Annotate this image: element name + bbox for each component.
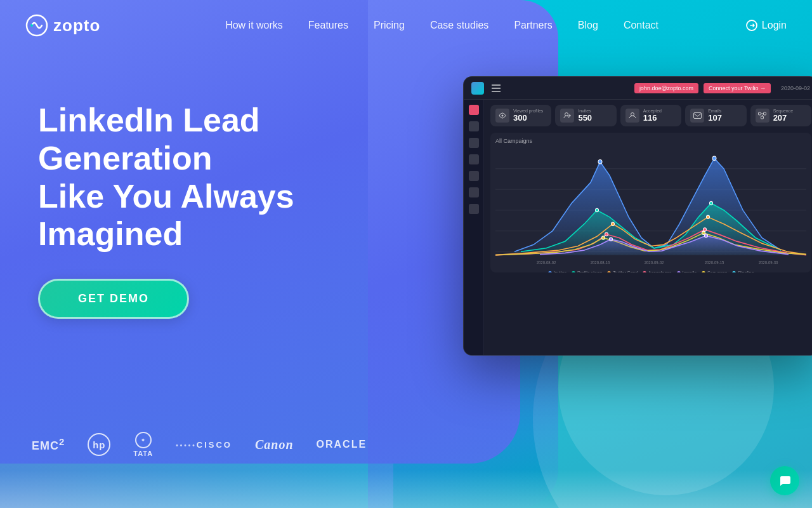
svg-rect-7 xyxy=(759,112,761,115)
stats-row: Viewed profiles 300 xyxy=(490,105,811,126)
hero-title: LinkedIn Lead Generation Like You Always… xyxy=(38,102,294,253)
chart-area: All Campaigns xyxy=(490,133,811,272)
nav-links: How it works Features Pricing Case studi… xyxy=(138,20,745,31)
chart-legend: Invites Profile views Twitter Send xyxy=(495,271,806,272)
stat-label-3: Accepted xyxy=(643,109,662,113)
svg-point-3 xyxy=(502,115,504,117)
partners-section: EMC2 hp ✦ TATA •••••CISCO Canon ORACLE xyxy=(32,432,367,457)
login-button[interactable]: Login xyxy=(745,19,787,32)
svg-point-23 xyxy=(602,236,605,239)
partner-hp: hp xyxy=(88,433,110,456)
logo[interactable]: zopto xyxy=(25,14,100,37)
get-demo-button[interactable]: GET DEMO xyxy=(38,279,189,319)
stat-sequence: Sequence 207 xyxy=(750,105,811,126)
svg-point-21 xyxy=(605,232,608,236)
chat-bubble-button[interactable] xyxy=(770,466,799,495)
stat-value-2: 550 xyxy=(578,113,592,123)
sidebar-icon-1 xyxy=(469,105,479,115)
sidebar-icon-5 xyxy=(469,171,479,181)
stat-label-5: Sequence xyxy=(773,109,794,113)
partner-cisco: •••••CISCO xyxy=(176,440,232,450)
svg-point-1 xyxy=(30,24,33,27)
svg-point-5 xyxy=(631,113,634,116)
stat-value-5: 207 xyxy=(773,113,794,123)
partner-canon: Canon xyxy=(255,438,294,452)
chart-title: All Campaigns xyxy=(495,138,806,144)
stat-label-1: Viewed profiles xyxy=(513,109,543,113)
eye-icon xyxy=(495,109,509,123)
stat-accepted: Accepted 116 xyxy=(620,105,681,126)
svg-text:2020-09-02: 2020-09-02 xyxy=(645,260,664,265)
legend-pipeline: Pipeline xyxy=(732,271,754,272)
legend-twitter-send: Twitter Send xyxy=(607,271,638,272)
nav-pricing[interactable]: Pricing xyxy=(374,20,405,31)
dashboard-body: Viewed profiles 300 xyxy=(464,100,812,355)
svg-point-16 xyxy=(712,156,716,161)
bottom-fade xyxy=(0,470,812,508)
legend-invites: Invites xyxy=(548,271,566,272)
svg-text:2020-09-15: 2020-09-15 xyxy=(705,260,724,265)
hero-section: LinkedIn Lead Generation Like You Always… xyxy=(38,102,294,319)
sidebar-icon-4 xyxy=(469,154,479,164)
svg-rect-9 xyxy=(761,116,764,119)
partner-tata: ✦ TATA xyxy=(133,432,153,457)
dash-logo xyxy=(471,82,484,95)
svg-point-18 xyxy=(710,201,713,204)
svg-rect-8 xyxy=(764,112,766,115)
nav-contact[interactable]: Contact xyxy=(624,20,658,31)
svg-text:2020-09-30: 2020-09-30 xyxy=(759,260,778,265)
svg-point-19 xyxy=(612,222,615,225)
page-background: zopto How it works Features Pricing Case… xyxy=(0,0,812,508)
svg-rect-6 xyxy=(693,113,701,119)
dash-date: 2020-09-02 xyxy=(781,85,810,91)
svg-point-20 xyxy=(707,215,710,218)
nav-blog[interactable]: Blog xyxy=(578,20,598,31)
nav-case-studies[interactable]: Case studies xyxy=(430,20,489,31)
svg-point-22 xyxy=(704,228,707,231)
stat-value-4: 107 xyxy=(708,113,722,123)
stat-invites: Invites 550 xyxy=(555,105,616,126)
dash-email-btn: john.doe@zopto.com xyxy=(634,83,698,93)
sequence-icon xyxy=(756,109,769,123)
dash-menu-icon xyxy=(492,84,501,92)
svg-point-25 xyxy=(610,237,613,241)
svg-point-26 xyxy=(705,234,708,237)
dashboard-topbar: john.doe@zopto.com Connect your Twilio →… xyxy=(464,77,812,100)
svg-point-4 xyxy=(565,113,568,116)
legend-acceptance: Acceptance xyxy=(643,271,672,272)
stat-viewed-profiles: Viewed profiles 300 xyxy=(490,105,551,126)
logo-icon xyxy=(25,14,48,37)
person-icon xyxy=(625,109,639,123)
svg-text:2020-08-16: 2020-08-16 xyxy=(591,260,610,265)
sidebar-icon-7 xyxy=(469,204,479,214)
stat-label-2: Invites xyxy=(578,109,592,113)
stat-value-3: 116 xyxy=(643,113,662,123)
nav-partners[interactable]: Partners xyxy=(514,20,552,31)
sidebar-icon-2 xyxy=(469,121,479,131)
svg-point-17 xyxy=(596,208,599,211)
dashboard-frame: john.doe@zopto.com Connect your Twilio →… xyxy=(463,76,812,356)
stat-emails: Emails 107 xyxy=(685,105,746,126)
dashboard-mockup: john.doe@zopto.com Connect your Twilio →… xyxy=(463,76,812,356)
svg-point-15 xyxy=(598,160,602,164)
stat-value-1: 300 xyxy=(513,113,543,123)
dash-connect-btn: Connect your Twilio → xyxy=(704,83,771,93)
nav-how-it-works[interactable]: How it works xyxy=(225,20,283,31)
person-add-icon xyxy=(560,109,574,123)
nav-features[interactable]: Features xyxy=(308,20,348,31)
partner-oracle: ORACLE xyxy=(317,439,367,450)
dashboard-sidebar xyxy=(464,100,484,355)
brand-name: zopto xyxy=(53,16,100,36)
svg-text:2020-08-02: 2020-08-02 xyxy=(537,260,556,265)
legend-sequence: Sequence xyxy=(702,271,728,272)
sidebar-icon-3 xyxy=(469,138,479,148)
stat-label-4: Emails xyxy=(708,109,722,113)
legend-inmails: Inmails xyxy=(677,271,697,272)
legend-profile-views: Profile views xyxy=(572,271,602,272)
chat-icon xyxy=(778,474,792,488)
svg-point-24 xyxy=(702,231,705,234)
navbar: zopto How it works Features Pricing Case… xyxy=(0,0,812,51)
dashboard-main: Viewed profiles 300 xyxy=(484,100,812,355)
login-icon xyxy=(745,19,758,32)
login-label: Login xyxy=(762,20,787,31)
